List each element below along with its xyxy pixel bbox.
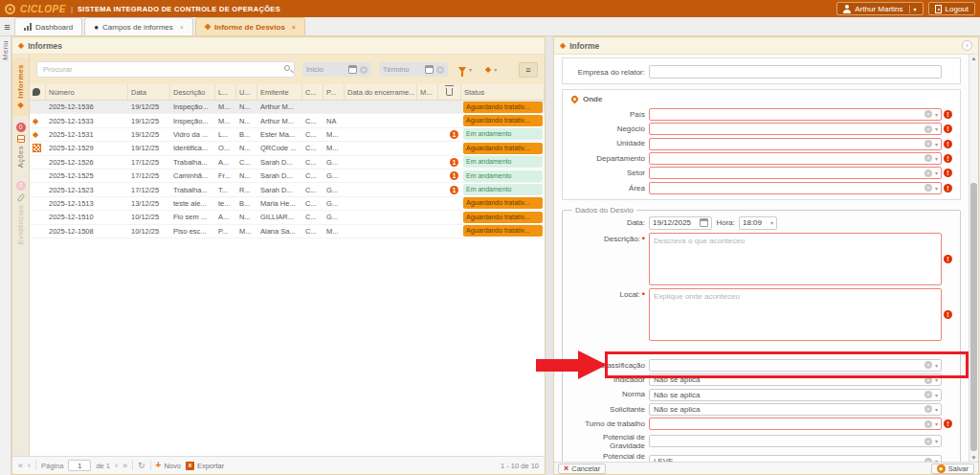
novo-button[interactable]: + Novo	[156, 461, 181, 470]
user-menu-button[interactable]: Arthur Martins ▾	[836, 2, 923, 15]
chevron-down-icon[interactable]: ▾	[935, 420, 938, 427]
salvar-button[interactable]: Salvar	[931, 464, 974, 474]
logout-button[interactable]: Logout	[928, 2, 975, 15]
cancelar-button[interactable]: × Cancelar	[558, 464, 606, 474]
chevron-down-icon[interactable]: ▾	[935, 111, 938, 118]
table-row[interactable]: 2025-12-152617/12/25Trabalha...A...C...S…	[30, 156, 545, 170]
exportar-button[interactable]: Exportar	[186, 462, 224, 470]
combo-field[interactable]: ×▾	[649, 123, 942, 135]
column-header-l[interactable]: L...	[215, 84, 236, 100]
termino-date-filter[interactable]: ×	[379, 62, 448, 77]
column-header-m[interactable]: M...	[417, 84, 438, 100]
tab-informe-de-desvios[interactable]: ◆ Informe de Desvios ×	[195, 17, 305, 35]
clear-icon[interactable]: ×	[360, 66, 368, 74]
column-header-numero[interactable]: Número	[46, 84, 128, 100]
combo-field[interactable]: ×▾	[649, 182, 942, 194]
column-header-descricao[interactable]: Descrição	[170, 84, 215, 100]
search-icon[interactable]	[284, 65, 290, 71]
close-tab-icon[interactable]: ×	[180, 24, 184, 31]
clear-icon[interactable]: ×	[436, 66, 444, 74]
close-tab-icon[interactable]: ×	[292, 24, 296, 31]
data-field[interactable]	[649, 216, 712, 230]
combo-field[interactable]: ×▾	[649, 167, 942, 179]
clear-icon[interactable]: ×	[924, 140, 932, 147]
scroll-down-icon[interactable]: ▼	[969, 455, 978, 461]
column-header-enc[interactable]: Data do encerrame...	[345, 84, 417, 100]
clear-icon[interactable]: ×	[924, 405, 932, 413]
clear-icon[interactable]: ×	[924, 184, 932, 192]
collapse-panel-icon[interactable]: ›	[962, 40, 972, 51]
side-tab-evidencias[interactable]: 0 Evidências	[12, 174, 29, 251]
table-row[interactable]: 2025-12-152517/12/25Caminhã...Fr...N...S…	[30, 170, 545, 183]
local-textarea[interactable]	[649, 288, 942, 341]
side-tab-informes[interactable]: Informes ◆	[12, 57, 29, 116]
menu-toggle-icon[interactable]: ≡	[0, 18, 14, 35]
view-options-button[interactable]: ≡	[519, 62, 538, 78]
combo-field[interactable]: ×▾	[649, 435, 942, 447]
column-header-u[interactable]: U...	[236, 84, 257, 100]
chevron-down-icon[interactable]: ▾	[935, 170, 938, 176]
first-page-button[interactable]: «	[18, 462, 23, 470]
hora-field[interactable]: ▾	[739, 216, 777, 230]
clear-icon[interactable]: ×	[924, 125, 932, 133]
panel-splitter[interactable]	[546, 36, 553, 475]
tab-dashboard[interactable]: Dashboard	[14, 17, 82, 35]
column-header-status[interactable]: Status	[461, 84, 545, 100]
table-row[interactable]: ◆2025-12-153119/12/25Vidro da ...L...B..…	[30, 128, 545, 142]
chevron-down-icon[interactable]: ▾	[935, 392, 938, 398]
table-row[interactable]: 2025-12-152317/12/25Trabalha...T...R...S…	[30, 183, 545, 196]
combo-field[interactable]: ×▾	[649, 138, 942, 150]
chevron-down-icon[interactable]: ▾	[935, 438, 938, 444]
menu-strip[interactable]: Menu	[0, 36, 11, 475]
chevron-down-icon[interactable]: ▾	[935, 155, 938, 162]
form-scrollbar[interactable]: ▲ ▼	[969, 55, 978, 462]
column-header-emitente[interactable]: Emitente	[257, 84, 302, 100]
table-row[interactable]: 2025-12-151010/12/25Fio sem ...A...N...G…	[30, 211, 545, 224]
chevron-down-icon[interactable]: ▾	[935, 141, 938, 147]
last-page-button[interactable]: »	[122, 462, 127, 470]
chevron-down-icon[interactable]: ▾	[935, 125, 938, 132]
filter-button[interactable]: ▾	[456, 62, 475, 78]
calendar-icon[interactable]	[425, 65, 434, 74]
combo-field[interactable]: ×▾	[649, 108, 942, 121]
refresh-icon[interactable]: ↻	[138, 462, 145, 470]
page-input[interactable]	[68, 460, 91, 471]
chevron-down-icon[interactable]: ▾	[935, 406, 938, 413]
tab-campos-de-informes[interactable]: ● Campos de informes ×	[84, 17, 193, 35]
chevron-down-icon[interactable]: ▾	[935, 185, 938, 192]
combo-field[interactable]: Não se aplica×▾	[649, 403, 942, 416]
combo-field[interactable]: Não se aplica×▾	[649, 389, 942, 401]
table-row[interactable]: 2025-12-150810/12/25Piso esc...P...M...A…	[30, 225, 545, 238]
next-page-button[interactable]: ›	[115, 462, 118, 470]
desvio-filter-button[interactable]: ◆ ▾	[482, 62, 500, 78]
descricao-textarea[interactable]	[649, 233, 942, 285]
combo-field[interactable]: LEVE×▾	[649, 455, 942, 462]
prev-page-button[interactable]: ‹	[28, 462, 31, 470]
table-row[interactable]: 2025-12-151313/12/25teste ale...te...B..…	[30, 197, 545, 211]
table-row[interactable]: 2025-12-152919/12/25Identifica...O...N..…	[30, 142, 545, 155]
side-tab-acoes[interactable]: 0 Ações	[12, 116, 29, 174]
inicio-input[interactable]	[306, 65, 345, 74]
clear-icon[interactable]: ×	[924, 170, 932, 177]
column-header-count[interactable]	[438, 84, 461, 100]
hora-input[interactable]	[743, 218, 768, 227]
empresa-input[interactable]	[649, 65, 942, 79]
search-input[interactable]	[36, 61, 295, 78]
scrollbar-thumb[interactable]	[970, 183, 977, 451]
clear-icon[interactable]: ×	[924, 420, 932, 428]
combo-field[interactable]: ×▾	[649, 418, 942, 430]
table-row[interactable]: ◆2025-12-153319/12/25Inspeção...M...N...…	[30, 114, 545, 127]
calendar-icon[interactable]	[348, 65, 357, 74]
data-input[interactable]	[653, 218, 697, 227]
inicio-date-filter[interactable]: ×	[302, 62, 371, 77]
clear-icon[interactable]: ×	[924, 110, 932, 118]
calendar-icon[interactable]	[700, 218, 708, 227]
clear-icon[interactable]: ×	[924, 438, 932, 445]
termino-input[interactable]	[383, 65, 422, 74]
column-header-p[interactable]: P...	[323, 84, 345, 100]
clear-icon[interactable]: ×	[924, 154, 932, 162]
column-header-data[interactable]: Data	[128, 84, 170, 100]
column-header-c[interactable]: C...	[302, 84, 323, 100]
table-row[interactable]: 2025-12-153619/12/25Inspeção...M...N...A…	[30, 101, 545, 114]
scroll-up-icon[interactable]: ▲	[969, 56, 978, 61]
